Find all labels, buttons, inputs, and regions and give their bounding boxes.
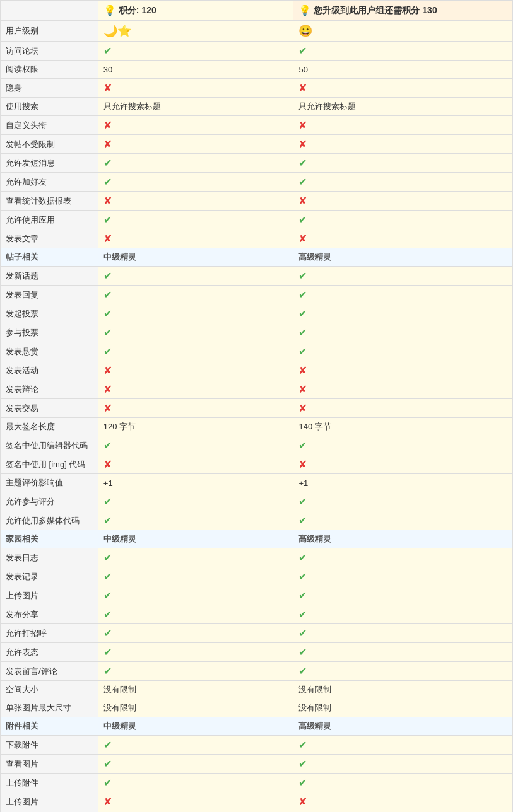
bulb-icon-next: 💡 — [298, 4, 311, 16]
check-icon: ✔ — [103, 308, 112, 319]
row-current: ✔ — [98, 774, 293, 792]
check-icon: ✔ — [103, 666, 112, 676]
table-row: 发新话题 ✔ ✔ — [1, 267, 513, 286]
row-label: 参与投票 — [1, 323, 98, 342]
row-label: 发表交易 — [1, 399, 98, 418]
row-next: ✔ — [293, 154, 513, 173]
check-icon: ✔ — [298, 666, 307, 676]
row-label: 发表回复 — [1, 286, 98, 304]
check-icon: ✔ — [103, 777, 112, 788]
row-next: ✘ — [293, 380, 513, 399]
row-current: ✔ — [98, 586, 293, 605]
row-label: 阅读权限 — [1, 61, 98, 79]
table-row: 发起投票 ✔ ✔ — [1, 304, 513, 323]
cross-icon: ✘ — [103, 195, 112, 206]
row-label: 发表文章 — [1, 229, 98, 248]
cross-icon: ✘ — [298, 365, 307, 376]
table-row: 查看图片 ✔ ✔ — [1, 755, 513, 774]
cross-icon: ✘ — [298, 195, 307, 206]
bulb-icon-current: 💡 — [103, 4, 116, 16]
cell-value: 只允许搜索标题 — [298, 102, 356, 111]
row-current: ✔ — [98, 342, 293, 361]
row-current: ✔ — [98, 548, 293, 567]
check-icon: ✔ — [298, 628, 307, 639]
row-label: 允许表态 — [1, 643, 98, 662]
check-icon: ✔ — [103, 289, 112, 300]
row-label: 允许发短消息 — [1, 154, 98, 173]
table-row: 上传附件 ✔ ✔ — [1, 774, 513, 792]
table-row: 隐身 ✘ ✘ — [1, 79, 513, 98]
row-label: 上传图片 — [1, 586, 98, 605]
row-current: ✔ — [98, 736, 293, 755]
row-current: ✔ — [98, 42, 293, 61]
section-home-next-level: 高级精灵 — [293, 530, 513, 548]
table-row: 自定义头衔 ✘ ✘ — [1, 116, 513, 135]
row-current: ✘ — [98, 192, 293, 211]
row-next: ✔ — [293, 342, 513, 361]
row-next: ✘ — [293, 116, 513, 135]
row-label: 签名中使用编辑器代码 — [1, 436, 98, 455]
table-row: 发表留言/评论 ✔ ✔ — [1, 662, 513, 681]
table-row: 允许加好友 ✔ ✔ — [1, 173, 513, 192]
table-row: 允许发短消息 ✔ ✔ — [1, 154, 513, 173]
row-next: ✔ — [293, 755, 513, 774]
cross-icon: ✘ — [103, 384, 112, 395]
check-icon: ✔ — [103, 552, 112, 563]
cross-icon: ✘ — [103, 365, 112, 376]
row-label: 自定义头衔 — [1, 116, 98, 135]
row-current: ✔ — [98, 605, 293, 624]
check-icon: ✔ — [298, 45, 307, 56]
check-icon: ✔ — [298, 571, 307, 582]
row-label: 发表悬赏 — [1, 342, 98, 361]
table-row: 空间大小 没有限制 没有限制 — [1, 681, 513, 699]
cross-icon: ✘ — [298, 233, 307, 244]
next-score-header: 💡 您升级到此用户组还需积分 130 — [293, 1, 513, 21]
row-next: ✔ — [293, 662, 513, 681]
cell-value: 30 — [103, 65, 112, 74]
check-icon: ✔ — [103, 590, 112, 601]
row-label: 允许参与评分 — [1, 492, 98, 511]
row-next: ✘ — [293, 135, 513, 154]
row-current: ✘ — [98, 361, 293, 380]
cell-value: 50 — [298, 65, 307, 74]
check-icon: ✔ — [298, 590, 307, 601]
row-current: ✔ — [98, 492, 293, 511]
row-label: 隐身 — [1, 79, 98, 98]
check-icon: ✔ — [103, 45, 112, 56]
check-icon: ✔ — [298, 158, 307, 168]
row-next: ✔ — [293, 173, 513, 192]
check-icon: ✔ — [103, 740, 112, 750]
row-current: ✔ — [98, 624, 293, 643]
check-icon: ✔ — [103, 496, 112, 507]
cross-icon: ✘ — [298, 120, 307, 130]
cell-value: +1 — [103, 478, 113, 488]
table-row: 访问论坛 ✔ ✔ — [1, 42, 513, 61]
section-post-label: 帖子相关 — [1, 248, 98, 267]
row-current: ✔ — [98, 211, 293, 229]
cross-icon: ✘ — [103, 403, 112, 414]
table-row: 签名中使用 [img] 代码 ✘ ✘ — [1, 455, 513, 474]
cross-icon: ✘ — [103, 459, 112, 470]
user-level-current-icon: 🌙⭐ — [103, 25, 131, 37]
table-row: 允许表态 ✔ ✔ — [1, 643, 513, 662]
row-next: +1 — [293, 474, 513, 492]
check-icon: ✔ — [298, 177, 307, 187]
check-icon: ✔ — [298, 552, 307, 563]
row-current: 30 — [98, 61, 293, 79]
row-next: ✔ — [293, 492, 513, 511]
check-icon: ✔ — [103, 327, 112, 338]
table-row: 发帖不受限制 ✘ ✘ — [1, 135, 513, 154]
check-icon: ✔ — [103, 609, 112, 620]
cross-icon: ✘ — [298, 83, 307, 93]
row-current: ✔ — [98, 567, 293, 586]
row-current: ✘ — [98, 135, 293, 154]
cross-icon: ✘ — [298, 139, 307, 149]
table-row: 最大签名长度 120 字节 140 字节 — [1, 418, 513, 436]
cell-value: 120 字节 — [103, 422, 136, 431]
table-row: 允许使用应用 ✔ ✔ — [1, 211, 513, 229]
check-icon: ✔ — [298, 327, 307, 338]
row-next: ✔ — [293, 567, 513, 586]
check-icon: ✔ — [298, 515, 307, 526]
current-score-header: 💡 积分: 120 — [98, 1, 293, 21]
row-next: 50 — [293, 61, 513, 79]
